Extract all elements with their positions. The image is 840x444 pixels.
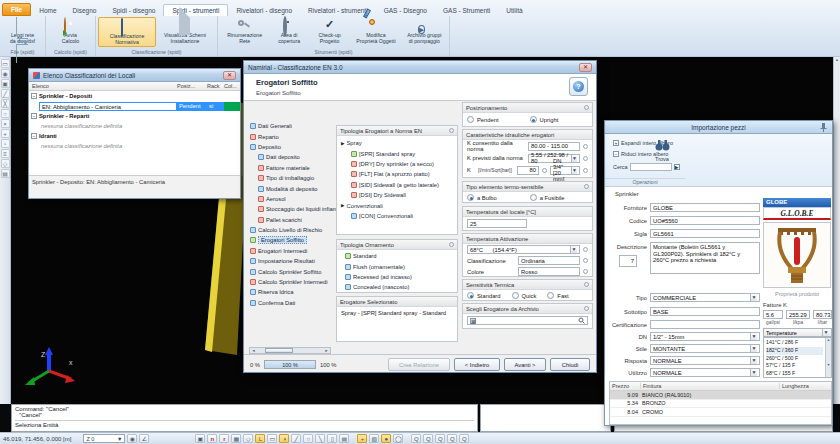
tree-group-reparti[interactable]: − Sprinkler - Reparti <box>29 111 240 121</box>
tipologia-con[interactable]: [CON] Convenzionali <box>341 211 455 221</box>
ortho-icon[interactable]: L <box>255 434 265 443</box>
tipologia-spray-node[interactable]: ▶Spray <box>341 138 455 148</box>
info-ring-icon[interactable] <box>583 269 588 274</box>
ornamento-concealed[interactable]: Concealed (nascosto) <box>345 282 455 292</box>
tree-item-camiceria[interactable]: EN: Abbigliamento - Camiceria Pendent si <box>29 101 240 111</box>
circle-snap-icon[interactable]: ○ <box>303 434 313 443</box>
osnap-icon[interactable]: ◇ <box>1 159 10 168</box>
fornitore-field[interactable] <box>650 203 760 212</box>
info-ring-icon[interactable] <box>583 168 588 173</box>
zoom-out-icon[interactable]: Q <box>423 434 433 443</box>
tab-disegno[interactable]: Disegno <box>65 5 105 16</box>
collapse-icon[interactable]: − <box>31 113 37 119</box>
importazione-title-bar[interactable]: Importazione pezzi <box>605 121 832 134</box>
en-dialog-title-bar[interactable]: Namirial - Classificazione EN 3.0 ✕ <box>244 61 596 74</box>
fusibile-radio[interactable] <box>530 194 537 201</box>
sigla-field[interactable] <box>650 229 760 238</box>
table-row[interactable]: 9.09 BIANCO (RAL9010) <box>610 391 831 400</box>
otrack-icon[interactable]: ╲ <box>315 434 325 443</box>
elenco-title-bar[interactable]: Elenco Classificazioni dei Locali ✕ <box>29 69 240 82</box>
snap-near-icon[interactable]: r <box>219 434 229 443</box>
trova-button[interactable]: Trova <box>651 138 673 170</box>
crea-relazione-button[interactable]: Crea Relazione <box>388 358 450 371</box>
nav-deposito[interactable]: Deposito <box>250 142 336 152</box>
temperature-scrollbar[interactable]: ▲▼ <box>825 338 831 377</box>
col-colore[interactable]: Col... <box>224 83 240 89</box>
tab-gas-disegno[interactable]: GAS - Disegno <box>376 5 435 16</box>
tab-spidi-strumenti[interactable]: Spidi - strumenti <box>163 4 228 16</box>
temperature-item[interactable]: 57°C / 135 F <box>766 362 823 370</box>
pointer-icon[interactable]: ▭ <box>1 59 10 68</box>
quantity-field[interactable]: 7 <box>619 255 637 267</box>
stile-combo[interactable]: MONTANTE▼ <box>650 344 760 353</box>
info-ring-icon[interactable] <box>449 128 454 133</box>
codice-field[interactable] <box>650 216 760 225</box>
info-ring-icon[interactable] <box>542 168 547 173</box>
nav-erogatori-intermedi[interactable]: Erogatori Intermedi <box>250 246 336 256</box>
nav-impostazione-risultati[interactable]: Impostazione Risultati <box>250 256 336 266</box>
modifica-proprieta-button[interactable]: Modifica Proprietà Oggetti <box>350 17 401 47</box>
chevron-down-icon[interactable]: ▼ <box>570 246 577 253</box>
tipologia-conv-node[interactable]: ▶Convenzionali <box>341 200 455 210</box>
nav-dati-deposito[interactable]: Dati deposito <box>250 152 336 162</box>
checkup-progetto-button[interactable]: ✓ Check-up Progetto <box>309 17 350 47</box>
collapse-icon[interactable]: − <box>31 133 37 139</box>
tab-file[interactable]: File <box>2 3 31 16</box>
pendent-radio[interactable] <box>467 116 474 123</box>
tab-rivelatori-disegno[interactable]: Rivelatori - disegno <box>228 5 300 16</box>
temperature-item[interactable]: 68°C / 155 F <box>766 370 823 378</box>
pin-icon[interactable] <box>820 123 827 132</box>
nav-erogatori-soffitto[interactable]: Erogatori Soffitto <box>250 235 336 245</box>
chevron-down-icon[interactable]: ▼ <box>117 435 122 442</box>
zoom-extents-icon[interactable]: Q <box>447 434 457 443</box>
nav-stoccaggio-liquidi[interactable]: Stoccaggio dei liquidi infiamma <box>250 204 336 214</box>
snap-node-icon[interactable]: n <box>207 434 217 443</box>
nav-reparto[interactable]: Reparto <box>250 131 336 141</box>
nav-conferma-dati[interactable]: Conferma Dati <box>250 298 336 308</box>
archivio-search-input[interactable]: ▦ <box>467 316 588 325</box>
iso-snap-icon[interactable]: ◇ <box>243 434 253 443</box>
classificazione-normativa-button[interactable]: Classificazione Normativa <box>98 17 156 47</box>
window-icon[interactable]: ▭ <box>267 434 277 443</box>
temperatura-attivazione-combo[interactable]: 68°C (154.4°F)▼ <box>467 245 580 254</box>
descrizione-field[interactable]: Montante (Boletin GL5661 y GL300P02). Sp… <box>650 242 760 274</box>
go-icon[interactable]: ▶ <box>674 164 680 170</box>
col-elenco[interactable]: Elenco <box>29 83 177 89</box>
col-lunghezza[interactable]: Lunghezza <box>779 383 831 389</box>
nav-riserva-idrica[interactable]: Riserva Idrica <box>250 287 336 297</box>
crosshair-icon[interactable]: + <box>357 434 367 443</box>
info-ring-icon[interactable] <box>584 105 589 110</box>
info-ring-icon[interactable] <box>583 258 588 263</box>
info-ring-icon[interactable] <box>449 242 454 247</box>
info-ring-icon[interactable] <box>584 306 589 311</box>
layers-icon[interactable]: ▤ <box>339 434 349 443</box>
quick-radio[interactable] <box>512 292 519 299</box>
canvas-vscrollbar[interactable]: ▲ <box>833 57 840 404</box>
grid-icon[interactable]: ▦ <box>231 434 241 443</box>
visualizza-schemi-button[interactable]: Visualizza Schemi Installazione <box>156 17 214 47</box>
tab-home[interactable]: Home <box>31 5 64 16</box>
nav-pallet-scarichi[interactable]: Pallet scarichi <box>250 215 336 225</box>
pan-icon[interactable]: ◑ <box>279 434 289 443</box>
visibility-icon[interactable]: ◉ <box>127 434 137 443</box>
info-ring-icon[interactable] <box>584 282 589 287</box>
bulbo-radio[interactable] <box>467 194 474 201</box>
indietro-button[interactable]: < Indietro <box>454 358 500 371</box>
hatch-icon[interactable]: ▤ <box>1 169 10 178</box>
sketch-icon[interactable]: ╱ <box>291 434 301 443</box>
temperatura-locale-field[interactable]: 25 <box>467 219 527 228</box>
standard-radio[interactable] <box>467 292 474 299</box>
sottotipo-field[interactable] <box>650 307 760 316</box>
chevron-down-icon[interactable]: ▼ <box>750 369 757 376</box>
chevron-down-icon[interactable]: ▼ <box>750 357 757 364</box>
tipologia-dsi[interactable]: [DSI] Dry Sidewall <box>341 190 455 200</box>
temperature-list-header[interactable]: Temperature▼ <box>763 328 832 337</box>
upright-radio[interactable] <box>530 116 537 123</box>
chevron-down-icon[interactable]: ▼ <box>571 167 577 174</box>
tab-gas-strumenti[interactable]: GAS - Strumenti <box>435 5 498 16</box>
col-posiz[interactable]: Posiz... <box>177 83 207 89</box>
tipo-combo[interactable]: COMMERCIALE▼ <box>650 293 760 302</box>
info-ring-icon[interactable] <box>584 184 589 189</box>
zoom-previous-icon[interactable]: Q <box>459 434 469 443</box>
tab-utilita[interactable]: Utilità <box>498 5 530 16</box>
